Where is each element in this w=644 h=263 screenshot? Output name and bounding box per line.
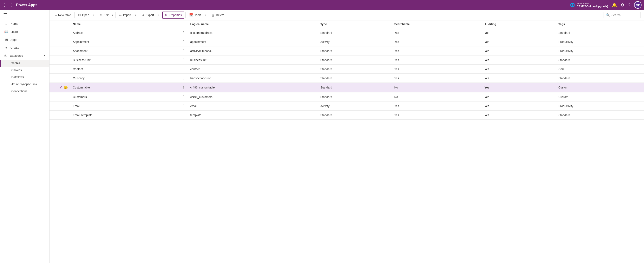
sidebar-item-apps[interactable]: ⊞ Apps	[0, 36, 49, 44]
more-options-icon[interactable]: ⋮	[182, 86, 185, 89]
help-button[interactable]: ?	[628, 3, 630, 8]
row-select-cell	[50, 110, 57, 120]
row-name-cell: Business Unit	[70, 56, 180, 64]
row-type-cell: Standard	[318, 74, 392, 83]
sidebar-item-create[interactable]: + Create	[0, 44, 49, 52]
more-options-icon[interactable]: ⋮	[182, 58, 185, 62]
sidebar: ☰ ⌂ Home 📖 Learn ⊞ Apps + Create ◎ Datav…	[0, 10, 50, 263]
row-more-cell[interactable]: ⋮	[180, 56, 188, 64]
open-button[interactable]: ⊡ Open	[76, 12, 92, 18]
more-options-icon[interactable]: ⋮	[182, 95, 185, 98]
sidebar-item-apps-label: Apps	[10, 38, 17, 42]
table-row[interactable]: Business Unit⋮businessunitStandardYesYes…	[50, 56, 644, 64]
table-row[interactable]: Email⋮emailActivityYesYesProductivity	[50, 102, 644, 110]
row-more-cell[interactable]: ⋮	[180, 37, 188, 46]
row-name-cell: Address	[70, 28, 180, 37]
export-dropdown-button[interactable]: ▾	[157, 12, 160, 18]
sidebar-item-learn[interactable]: 📖 Learn	[0, 28, 49, 36]
table-row[interactable]: Customers⋮cr496_customersStandardNoYesCu…	[50, 92, 644, 102]
search-input[interactable]	[612, 14, 636, 17]
sidebar-dataverse-section[interactable]: ◎ Dataverse ∧	[0, 52, 49, 60]
edit-dropdown-button[interactable]: ▾	[111, 12, 114, 18]
sidebar-item-azure-synapse[interactable]: Azure Synapse Link	[0, 81, 49, 88]
sidebar-choices-label: Choices	[11, 68, 22, 72]
row-more-cell[interactable]: ⋮	[180, 28, 188, 37]
sidebar-connections-label: Connections	[11, 90, 28, 93]
row-select-cell	[50, 37, 57, 46]
more-options-icon[interactable]: ⋮	[182, 113, 185, 117]
open-dropdown-button[interactable]: ▾	[92, 12, 95, 18]
export-icon: ➡	[142, 13, 144, 17]
environment-selector[interactable]: 🌐 Environment CRMC3Online (Upgrade)	[570, 2, 608, 8]
user-avatar[interactable]: MP	[634, 1, 642, 9]
apps-icon: ⊞	[4, 38, 8, 42]
tools-button[interactable]: 📅 Tools	[187, 12, 204, 18]
toolbar-divider-3	[115, 12, 116, 18]
row-name-cell: Email	[70, 102, 180, 110]
import-button[interactable]: ⬅ Import	[117, 12, 134, 18]
main-layout: ☰ ⌂ Home 📖 Learn ⊞ Apps + Create ◎ Datav…	[0, 10, 644, 263]
sidebar-item-connections[interactable]: Connections	[0, 88, 49, 95]
row-more-cell[interactable]: ⋮	[180, 46, 188, 56]
sidebar-item-home-label: Home	[10, 22, 18, 25]
col-icons	[57, 20, 70, 28]
table-row[interactable]: Address⋮customeraddressStandardYesYesSta…	[50, 28, 644, 37]
sidebar-item-choices[interactable]: Choices	[0, 67, 49, 74]
row-more-cell[interactable]: ⋮	[180, 74, 188, 83]
search-box[interactable]: 🔍	[604, 12, 641, 18]
row-type-cell: Standard	[318, 28, 392, 37]
more-options-icon[interactable]: ⋮	[182, 49, 185, 52]
open-icon: ⊡	[78, 13, 81, 17]
more-options-icon[interactable]: ⋮	[182, 40, 185, 44]
row-more-cell[interactable]: ⋮	[180, 83, 188, 92]
row-more-cell[interactable]: ⋮	[180, 102, 188, 110]
search-icon: 🔍	[606, 13, 610, 17]
row-more-cell[interactable]: ⋮	[180, 92, 188, 102]
row-logical-name-cell: template	[188, 110, 318, 120]
row-auditing-cell: Yes	[482, 92, 556, 102]
row-tags-cell: Standard	[556, 74, 644, 83]
row-searchable-cell: Yes	[392, 46, 482, 56]
export-button[interactable]: ➡ Export	[140, 12, 156, 18]
more-options-icon[interactable]: ⋮	[182, 31, 185, 34]
row-tags-cell: Custom	[556, 92, 644, 102]
more-options-icon[interactable]: ⋮	[182, 67, 185, 71]
sidebar-item-home[interactable]: ⌂ Home	[0, 20, 49, 28]
col-type-header: Type	[318, 20, 392, 28]
settings-button[interactable]: ⚙	[621, 2, 624, 8]
table-row[interactable]: Attachment⋮activitymimeatta...StandardYe…	[50, 46, 644, 56]
row-type-cell: Standard	[318, 92, 392, 102]
table-row[interactable]: Contact⋮contactStandardYesYesCore	[50, 64, 644, 74]
row-more-cell[interactable]: ⋮	[180, 64, 188, 74]
more-options-icon[interactable]: ⋮	[182, 104, 185, 108]
tools-dropdown-button[interactable]: ▾	[204, 12, 207, 18]
row-type-cell: Standard	[318, 46, 392, 56]
table-row[interactable]: Appointment⋮appointmentActivityYesYesPro…	[50, 37, 644, 46]
sidebar-menu-button[interactable]: ☰	[0, 10, 49, 20]
table-row[interactable]: ✔😊Custom table⋮cr496_customtableStandard…	[50, 83, 644, 92]
environment-label: Environment	[577, 2, 608, 5]
toolbar-divider-6	[186, 12, 186, 18]
table-row[interactable]: Currency⋮transactioncurre...StandardYesY…	[50, 74, 644, 83]
properties-button[interactable]: ⚙ Properties	[162, 12, 184, 18]
row-more-cell[interactable]: ⋮	[180, 110, 188, 120]
delete-button[interactable]: 🗑 Delete	[209, 12, 226, 18]
more-options-icon[interactable]: ⋮	[182, 76, 185, 80]
row-icons-cell	[57, 37, 70, 46]
row-icons-cell	[57, 56, 70, 64]
row-icons-cell	[57, 102, 70, 110]
row-icons-cell	[57, 92, 70, 102]
new-table-button[interactable]: + New table	[53, 12, 73, 18]
notifications-button[interactable]: 🔔	[612, 2, 617, 8]
environment-info: Environment CRMC3Online (Upgrade)	[577, 2, 608, 8]
grid-icon[interactable]: ⋮⋮⋮	[2, 3, 14, 7]
row-searchable-cell: Yes	[392, 102, 482, 110]
row-auditing-cell: Yes	[482, 64, 556, 74]
edit-button[interactable]: ✏ Edit	[97, 12, 111, 18]
sidebar-tables-label: Tables	[11, 62, 20, 65]
import-dropdown-button[interactable]: ▾	[134, 12, 137, 18]
col-auditing-header: Auditing	[482, 20, 556, 28]
table-row[interactable]: Email Template⋮templateStandardYesYesSta…	[50, 110, 644, 120]
sidebar-item-tables[interactable]: Tables	[0, 60, 49, 67]
sidebar-item-dataflows[interactable]: Dataflows	[0, 74, 49, 81]
